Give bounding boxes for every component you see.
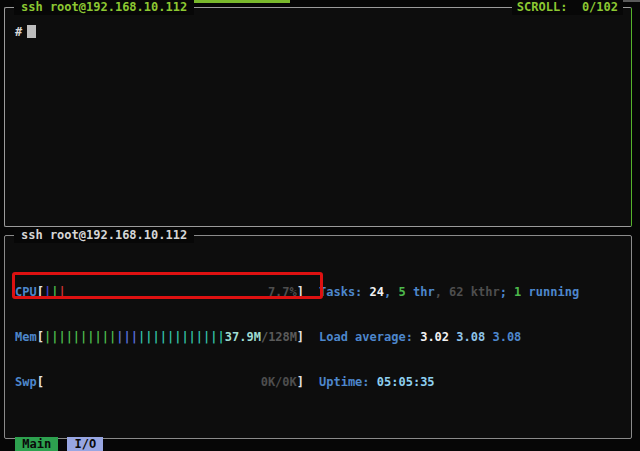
bracket: ] xyxy=(297,285,304,300)
htop-tabs: Main I/O xyxy=(5,437,631,451)
load-1min: 3.02 xyxy=(420,330,449,344)
mem-used-value: 37.9M xyxy=(225,330,261,345)
uptime-line: Uptime: 05:05:35 xyxy=(319,375,579,390)
cpu-meter-label: CPU xyxy=(15,285,37,300)
cpu-meter-ticks: ||| xyxy=(44,285,66,300)
bracket: [ xyxy=(37,285,44,300)
load-average-line: Load average: 3.02 3.08 3.08 xyxy=(319,330,579,345)
htop-summary: Tasks: 24, 5 thr, 62 kthr; 1 running Loa… xyxy=(319,255,579,420)
swap-meter-label: Swp xyxy=(15,375,37,390)
tasks-line: Tasks: 24, 5 thr, 62 kthr; 1 running xyxy=(319,285,579,300)
htop-app: CPU[|||7.7%] Mem[|||||||||||||||||||||||… xyxy=(5,236,631,438)
scroll-value: 0/102 xyxy=(582,0,618,14)
cpu-meter-value: 7.7% xyxy=(268,285,297,300)
top-edge-green-strip xyxy=(185,0,290,3)
pane-bottom-htop[interactable]: ssh root@192.168.10.112 CPU[|||7.7%] Mem… xyxy=(4,235,632,439)
bracket: [ xyxy=(37,375,44,390)
scroll-indicator: SCROLL: 0/102 xyxy=(512,0,623,15)
bracket: [ xyxy=(37,330,44,345)
mem-meter-label: Mem xyxy=(15,330,37,345)
mem-total-value: /128M xyxy=(261,330,297,345)
bracket: ] xyxy=(297,330,304,345)
pane-top-ssh[interactable]: ssh root@192.168.10.112 SCROLL: 0/102 # xyxy=(4,7,632,227)
tasks-count: 24 xyxy=(370,285,384,299)
mem-meter-ticks: ||||||||||||||||||||||||| xyxy=(44,330,225,345)
swap-meter-value: 0K/0K xyxy=(261,375,297,390)
text-cursor xyxy=(27,25,36,38)
kthread-count: 62 kthr xyxy=(449,285,500,299)
shell-prompt: # xyxy=(15,25,22,39)
uptime-label: Uptime: xyxy=(319,375,377,389)
tab-main[interactable]: Main xyxy=(15,437,58,451)
tab-io[interactable]: I/O xyxy=(67,437,103,451)
load-15min: 3.08 xyxy=(492,330,521,344)
tasks-label: Tasks: xyxy=(319,285,370,299)
pane-top-title: ssh root@192.168.10.112 xyxy=(14,0,194,15)
load-5min: 3.08 xyxy=(456,330,485,344)
load-label: Load average: xyxy=(319,330,420,344)
terminal-screen: ssh root@192.168.10.112 SCROLL: 0/102 # … xyxy=(0,0,640,451)
scroll-label: SCROLL: xyxy=(517,0,568,14)
bracket: ] xyxy=(297,375,304,390)
thread-count: 5 xyxy=(398,285,405,299)
uptime-value: 05:05:35 xyxy=(377,375,435,389)
